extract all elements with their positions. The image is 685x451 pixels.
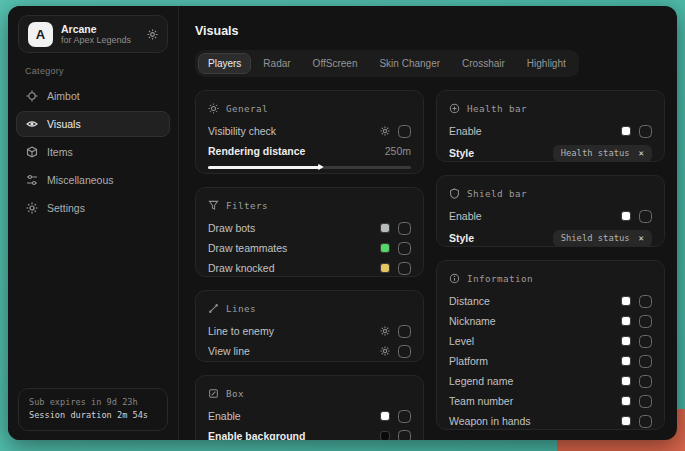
level-label: Level — [449, 335, 474, 347]
app-subtitle: for Apex Legends — [61, 35, 131, 45]
sidebar-item-settings[interactable]: Settings — [16, 195, 170, 221]
nickname-checkbox[interactable] — [639, 315, 652, 328]
level-color-swatch[interactable] — [621, 336, 631, 346]
line-to-enemy-label: Line to enemy — [208, 325, 274, 337]
legend-name-color-swatch[interactable] — [621, 376, 631, 386]
box-enable-color-swatch[interactable] — [380, 411, 390, 421]
sidebar-item-aimbot[interactable]: Aimbot — [16, 83, 170, 109]
shield-style-tag: Shield status — [561, 233, 630, 243]
platform-color-swatch[interactable] — [621, 356, 631, 366]
legend-name-checkbox[interactable] — [639, 375, 652, 388]
close-icon[interactable] — [639, 148, 644, 158]
sidebar-item-items[interactable]: Items — [16, 139, 170, 165]
platform-label: Platform — [449, 355, 488, 367]
shield-enable-label: Enable — [449, 210, 482, 222]
funnel-icon — [208, 200, 219, 211]
team-number-color-swatch[interactable] — [621, 396, 631, 406]
box-enable-label: Enable — [208, 410, 241, 422]
sidebar: A Arcane for Apex Legends Category Aimbo… — [8, 6, 179, 440]
distance-checkbox[interactable] — [639, 295, 652, 308]
sidebar-item-label: Settings — [47, 202, 85, 214]
crosshair-icon — [26, 90, 38, 102]
left-column: General Visibility check Rendering dista… — [195, 90, 424, 440]
platform-checkbox[interactable] — [639, 355, 652, 368]
health-color-swatch[interactable] — [621, 126, 631, 136]
draw-teammates-color-swatch[interactable] — [380, 243, 390, 253]
visibility-check-label: Visibility check — [208, 125, 276, 137]
category-label: Category — [25, 66, 178, 76]
sliders-icon — [26, 174, 38, 186]
sun-icon — [208, 103, 219, 114]
sidebar-nav: Aimbot Visuals Items Miscellaneous Setti… — [8, 83, 178, 221]
card-title-label: Lines — [226, 303, 256, 314]
sidebar-item-visuals[interactable]: Visuals — [16, 111, 170, 137]
slider-thumb[interactable] — [318, 164, 324, 171]
draw-knocked-color-swatch[interactable] — [380, 263, 390, 273]
health-style-tag: Health status — [561, 148, 630, 158]
draw-bots-checkbox[interactable] — [398, 222, 411, 235]
draw-bots-color-swatch[interactable] — [380, 223, 390, 233]
app-logo: A — [28, 22, 53, 47]
tab-radar[interactable]: Radar — [253, 53, 300, 74]
health-icon — [449, 103, 460, 114]
subscription-panel: Sub expires in 9d 23h Session duration 2… — [18, 388, 168, 432]
sidebar-item-label: Aimbot — [47, 90, 80, 102]
box-background-color-swatch[interactable] — [380, 431, 390, 440]
slider-fill — [208, 166, 320, 169]
view-line-label: View line — [208, 345, 250, 357]
card-health-bar: Health bar Enable Style Health status — [436, 90, 665, 162]
health-style-select[interactable]: Health status — [553, 145, 652, 162]
tab-skin-changer[interactable]: Skin Changer — [369, 53, 450, 74]
health-style-label: Style — [449, 147, 474, 159]
legend-name-label: Legend name — [449, 375, 513, 387]
gear-icon[interactable] — [380, 326, 390, 336]
card-title-label: General — [226, 103, 268, 114]
line-to-enemy-checkbox[interactable] — [398, 325, 411, 338]
distance-color-swatch[interactable] — [621, 296, 631, 306]
app-name: Arcane — [61, 23, 131, 35]
draw-bots-label: Draw bots — [208, 222, 255, 234]
card-title-label: Filters — [226, 200, 268, 211]
health-enable-label: Enable — [449, 125, 482, 137]
gear-icon[interactable] — [380, 126, 390, 136]
health-enable-checkbox[interactable] — [639, 125, 652, 138]
card-filters: Filters Draw bots Draw teammates — [195, 187, 424, 277]
sidebar-item-miscellaneous[interactable]: Miscellaneous — [16, 167, 170, 193]
draw-knocked-checkbox[interactable] — [398, 262, 411, 275]
shield-color-swatch[interactable] — [621, 211, 631, 221]
weapon-color-swatch[interactable] — [621, 416, 631, 426]
close-icon[interactable] — [639, 233, 644, 243]
weapon-checkbox[interactable] — [639, 415, 652, 428]
visibility-check-checkbox[interactable] — [398, 125, 411, 138]
box-enable-background-label: Enable background — [208, 430, 305, 440]
draw-teammates-checkbox[interactable] — [398, 242, 411, 255]
sidebar-item-label: Miscellaneous — [47, 174, 114, 186]
session-duration: Session duration 2m 54s — [29, 409, 157, 423]
arcane-window: A Arcane for Apex Legends Category Aimbo… — [8, 6, 677, 440]
card-lines: Lines Line to enemy View line — [195, 290, 424, 362]
draw-teammates-label: Draw teammates — [208, 242, 287, 254]
card-information: Information Distance Nickname Level — [436, 260, 665, 430]
right-column: Health bar Enable Style Health status — [436, 90, 665, 440]
tab-highlight[interactable]: Highlight — [517, 53, 576, 74]
tab-players[interactable]: Players — [198, 53, 251, 74]
team-number-checkbox[interactable] — [639, 395, 652, 408]
gear-icon[interactable] — [380, 346, 390, 356]
nickname-label: Nickname — [449, 315, 496, 327]
tab-offscreen[interactable]: OffScreen — [303, 53, 368, 74]
box-enable-checkbox[interactable] — [398, 410, 411, 423]
level-checkbox[interactable] — [639, 335, 652, 348]
gear-icon[interactable] — [147, 29, 158, 40]
box-background-checkbox[interactable] — [398, 430, 411, 441]
rendering-distance-slider[interactable] — [208, 166, 411, 169]
sidebar-item-label: Items — [47, 146, 73, 158]
shield-icon — [449, 188, 460, 199]
cube-icon — [26, 146, 38, 158]
nickname-color-swatch[interactable] — [621, 316, 631, 326]
shield-enable-checkbox[interactable] — [639, 210, 652, 223]
shield-style-label: Style — [449, 232, 474, 244]
view-line-checkbox[interactable] — [398, 345, 411, 358]
tab-crosshair[interactable]: Crosshair — [452, 53, 515, 74]
sidebar-item-label: Visuals — [47, 118, 81, 130]
shield-style-select[interactable]: Shield status — [553, 230, 652, 247]
